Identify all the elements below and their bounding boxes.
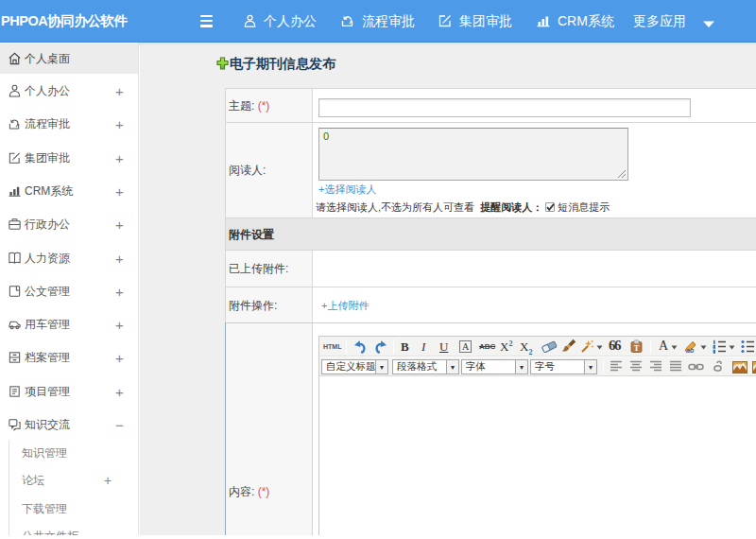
- svg-text:ab: ab: [686, 347, 695, 354]
- svg-text:T: T: [634, 343, 640, 353]
